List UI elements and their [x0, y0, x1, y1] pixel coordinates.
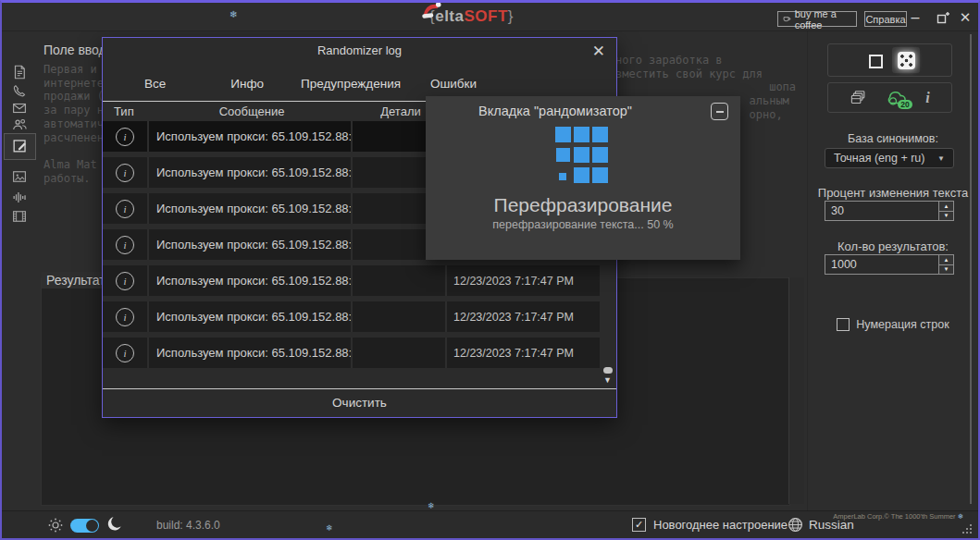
synonym-db-label: База синонимов: — [808, 132, 978, 145]
theme-toggle[interactable] — [70, 519, 99, 533]
info-button[interactable]: i — [925, 90, 929, 106]
coffee-cup-icon — [783, 14, 791, 24]
pin-on-top-button[interactable] — [934, 8, 952, 27]
settings-sidebar: 20 i База синонимов: Точная (eng + ru) ▼… — [807, 31, 978, 510]
snowflake-icon: ❄ — [428, 501, 435, 510]
run-controls-group — [827, 43, 952, 77]
info-icon: i — [116, 164, 134, 182]
minus-icon — [716, 111, 724, 113]
title-bar: {eltaSOFT} buy me a coffee Справка – ✕ — [2, 3, 978, 31]
info-icon: i — [116, 236, 134, 254]
nav-contacts-icon[interactable] — [9, 114, 30, 134]
tab-info[interactable]: Инфо — [230, 77, 264, 97]
status-bar: build: 4.3.6.0 ✓ Новогоднее настроение R… — [2, 510, 978, 539]
santa-hat-icon — [419, 0, 446, 21]
nav-image-icon[interactable] — [9, 166, 30, 187]
input-text-fragment-left: Первая и интернете продажи ( за пару н а… — [43, 63, 104, 185]
nav-document-icon[interactable] — [9, 62, 30, 82]
percent-label: Процент изменения текста — [808, 186, 978, 200]
minimize-button[interactable]: – — [906, 8, 924, 27]
column-message: Сообщение — [149, 104, 354, 118]
app-window: Поле ввод Первая и интернете продажи ( з… — [0, 0, 980, 540]
row-details — [351, 265, 445, 296]
row-message: Используем прокси: 65.109.152.88:88 — [147, 301, 351, 332]
toast-heading: Перефразирование — [426, 194, 740, 216]
row-time: 12/23/2023 7:17:47 PM — [445, 338, 572, 368]
row-message: Используем прокси: 65.109.152.88:88 — [147, 229, 351, 260]
results-count-stepper: ▲ ▼ — [825, 254, 954, 275]
tab-all[interactable]: Все — [144, 77, 166, 97]
info-icon: i — [116, 308, 134, 326]
spin-down-icon[interactable]: ▼ — [939, 265, 953, 275]
input-panel-title: Поле ввод — [43, 43, 106, 57]
row-details — [351, 338, 445, 368]
new-year-checkbox[interactable]: ✓ — [632, 518, 646, 532]
tab-errors[interactable]: Ошибки — [430, 77, 477, 97]
nav-video-icon[interactable] — [9, 206, 30, 227]
cloud-sync-button[interactable]: 20 — [885, 89, 909, 107]
left-nav — [2, 31, 35, 510]
globe-icon — [788, 517, 803, 533]
close-button[interactable]: ✕ — [956, 8, 974, 27]
randomizer-tab-toast: Вкладка "рандомизатор" Перефразирование … — [426, 96, 740, 260]
randomize-button[interactable] — [892, 47, 920, 73]
nav-audio-icon[interactable] — [9, 187, 30, 207]
nav-randomizer-icon[interactable] — [9, 135, 30, 155]
info-icon: i — [116, 344, 134, 362]
row-message: Используем прокси: 65.109.152.88:88 — [147, 338, 351, 368]
result-scrollbar[interactable] — [788, 277, 804, 504]
row-details — [351, 301, 445, 332]
percent-input[interactable] — [825, 202, 938, 220]
synonym-db-value: Точная (eng + ru) — [834, 152, 925, 165]
chevron-down-icon: ▼ — [937, 154, 945, 163]
row-message: Используем прокси: 65.109.152.88:88 — [147, 265, 351, 296]
snowflake-icon: ❄ — [229, 9, 237, 19]
toast-progress-text: перефразирование текста... 50 % — [426, 218, 740, 231]
scroll-down-icon[interactable]: ▼ — [603, 375, 612, 385]
row-message: Используем прокси: 65.109.152.88:88 — [147, 193, 351, 224]
log-filter-tabs: Все Инфо Предупреждения Ошибки — [103, 77, 477, 97]
copyright-text: AmperLab Corp.© The 1000'th Summer ❄ — [833, 512, 963, 521]
results-count-input[interactable] — [825, 255, 938, 274]
dark-theme-icon — [105, 516, 122, 533]
table-row[interactable]: i Используем прокси: 65.109.152.88:88 12… — [103, 265, 600, 296]
synonym-db-select[interactable]: Точная (eng + ru) ▼ — [825, 148, 954, 168]
table-row[interactable]: i Используем прокси: 65.109.152.88:88 12… — [103, 338, 600, 368]
build-version: build: 4.3.6.0 — [156, 519, 220, 532]
percent-stepper: ▲ ▼ — [825, 201, 954, 221]
dialog-title: Randomizer log — [103, 43, 616, 57]
clear-log-button[interactable]: Очистить — [103, 389, 616, 417]
squares-loader-icon — [555, 127, 608, 182]
help-button[interactable]: Справка — [864, 11, 907, 27]
tab-warnings[interactable]: Предупреждения — [301, 77, 401, 97]
line-numbering-checkbox[interactable] — [837, 318, 850, 331]
row-time: 12/23/2023 7:17:47 PM — [445, 265, 572, 296]
scrollbar-thumb[interactable] — [603, 367, 613, 374]
stacked-cards-icon — [850, 89, 867, 106]
spin-up-icon[interactable]: ▲ — [939, 202, 953, 212]
light-theme-icon — [48, 518, 63, 533]
spin-up-icon[interactable]: ▲ — [939, 255, 953, 265]
row-message: Используем прокси: 65.109.152.88:88 — [147, 157, 351, 188]
snowflake-icon: ❄ — [326, 523, 333, 533]
resize-grip[interactable] — [970, 532, 972, 534]
buy-me-a-coffee-button[interactable]: buy me a coffee — [777, 11, 857, 27]
dice-icon — [898, 52, 915, 69]
table-row[interactable]: i Используем прокси: 65.109.152.88:88 12… — [103, 301, 600, 332]
tools-group: 20 i — [827, 82, 952, 113]
dialog-close-icon[interactable]: ✕ — [592, 42, 605, 61]
info-icon: i — [116, 128, 134, 146]
spin-down-icon[interactable]: ▼ — [939, 212, 953, 221]
stop-button[interactable] — [869, 55, 883, 68]
results-count-label: Кол-во результатов: — [808, 239, 978, 253]
snowflake-icon: ❄ — [958, 512, 963, 521]
toggle-knob — [86, 520, 98, 532]
sidebar-scrollbar[interactable] — [970, 34, 972, 504]
toast-minimize-button[interactable] — [711, 103, 728, 120]
info-icon: i — [116, 200, 134, 218]
history-stack-button[interactable] — [850, 89, 867, 106]
cloud-count-badge: 20 — [898, 100, 912, 109]
row-time: 12/23/2023 7:17:47 PM — [445, 301, 572, 332]
line-numbering-label: Нумерация строк — [856, 318, 949, 331]
column-type: Тип — [114, 104, 134, 118]
